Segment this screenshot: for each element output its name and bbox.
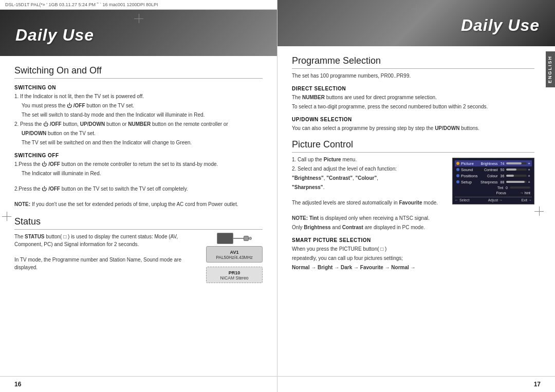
osd-item-contrast: Contrast: [484, 168, 497, 172]
switching-off-line-3: 2.Press the ⏻ /OFF button on the TV set …: [14, 185, 263, 193]
picture-pc-note: Only Brightness and Contrast are display…: [292, 223, 534, 231]
osd-track-tint: [510, 186, 530, 189]
osd-track-colour: [506, 175, 527, 177]
status-body1: The STATUS button( □ ) is used to displa…: [14, 233, 198, 248]
osd-bottom-bar: ← Select Adjust → Exit →: [455, 197, 532, 202]
left-page-footer: 16: [0, 376, 277, 392]
status-box-1-sublabel: PAL50Hz/4.43MHz: [211, 255, 258, 260]
main-content: DSL-15D1T PAL(*» ' 1GB 03.11.27 5:24 PM …: [0, 0, 555, 392]
osd-bottom-adjust: Adjust →: [488, 198, 503, 202]
osd-bar-tint: Tint 0: [497, 186, 530, 190]
updown-header: UP/DOWN SELECTION: [292, 117, 534, 122]
smart-line-1: When you press the PICTURE button( □ ): [292, 245, 534, 253]
crosshair-top-right: [412, 4, 421, 13]
left-page-header: Daily Use: [0, 10, 277, 56]
cable-line: [233, 238, 244, 239]
status-body2: In TV mode, the Programme number and Sta…: [14, 256, 198, 271]
osd-label-positions: Positions: [461, 174, 477, 178]
tv-cable-illustration: [217, 233, 252, 244]
osd-fill-colour: [506, 175, 513, 177]
status-text: The STATUS button( □ ) is used to displa…: [14, 233, 198, 273]
status-content: The STATUS button( □ ) is used to displa…: [14, 233, 263, 283]
switching-off-line-2: The Indicator will illuminate in Red.: [14, 170, 263, 177]
picture-control-row: 1. Call up the Picture menu. 2. Select a…: [292, 156, 534, 208]
switching-on-line-5: UP/DOWN button on the TV set.: [14, 129, 263, 137]
osd-left-positions: Positions: [456, 174, 477, 178]
osd-label-sound: Sound: [461, 167, 473, 172]
osd-item-tint: Tint: [497, 186, 503, 190]
left-page-content: Switching On and Off SWITCHING ON 1. If …: [0, 56, 277, 376]
switching-on-line-2: You must press the ⏻ /OFF button on the …: [14, 102, 263, 109]
programme-title: Programme Selection: [292, 55, 534, 69]
osd-value-contrast: 50: [501, 168, 505, 172]
osd-row-positions: Positions Colour 36 +: [455, 173, 532, 179]
switching-title: Switching On and Off: [14, 65, 263, 79]
osd-bottom-select: ← Select: [455, 198, 469, 202]
osd-item-brightness: Brightness: [480, 162, 497, 165]
osd-row-sound: Sound Contrast 50 +: [455, 166, 532, 173]
picture-line-2: 2. Select and adjust the level of each f…: [292, 165, 445, 173]
osd-dot-setup: [456, 180, 459, 183]
programme-intro: The set has 100 programme numbers, PR00.…: [292, 72, 534, 80]
osd-value-tint: 0: [506, 186, 508, 190]
switching-off-line-1: 1.Press the ⏻ /OFF button on the remote …: [14, 160, 263, 168]
status-box-2: PR10 NICAM Stereo: [206, 267, 263, 283]
picture-line-3: "Brightness", "Contrast", "Colour",: [292, 174, 445, 182]
osd-value-sharpness: 88: [501, 180, 505, 184]
right-page-number: 17: [534, 381, 541, 388]
programme-section: Programme Selection The set has 100 prog…: [292, 55, 534, 132]
crosshair-mid-left: [2, 212, 11, 221]
osd-arrow-colour: +: [528, 174, 530, 178]
right-page: Daily Use ENGLISH Programme Selection Th…: [278, 0, 555, 392]
switching-on-line-3: The set will switch to stand-by mode and…: [14, 111, 263, 119]
picture-text: 1. Call up the Picture menu. 2. Select a…: [292, 156, 445, 208]
osd-value-colour: 36: [501, 174, 505, 178]
smart-line-3: Normal → Bright → Dark → Favourite → Nor…: [292, 264, 534, 271]
status-box-1: AV1 PAL50Hz/4.43MHz: [206, 246, 263, 263]
osd-bar-contrast: Contrast 50 +: [484, 167, 530, 172]
cable-plug: [249, 237, 252, 240]
status-section: Status The STATUS button( □ ) is used to…: [14, 216, 263, 283]
osd-dot-sound: [456, 168, 459, 171]
osd-track-contrast: [506, 169, 527, 171]
smart-picture-header: SMART PICTURE SELECTION: [292, 237, 534, 243]
osd-row-setup: Setup Sharpness 88 +: [455, 179, 532, 185]
direct-line-1: The NUMBER buttons are used for direct p…: [292, 94, 534, 101]
osd-label-picture: Picture: [461, 161, 474, 166]
right-header-title: Daily Use: [461, 16, 540, 35]
switching-section: Switching On and Off SWITCHING ON 1. If …: [14, 65, 263, 208]
status-images: AV1 PAL50Hz/4.43MHz PR10 NICAM Stereo: [206, 233, 263, 283]
left-header-title: Daily Use: [15, 26, 94, 45]
osd-bar-sharpness: Sharpness 88 +: [480, 180, 530, 184]
osd-row-focus: Focus → hint: [455, 190, 532, 195]
osd-bar-colour: Colour 36 +: [487, 174, 530, 178]
direct-line-2: To select a two-digit programme, press t…: [292, 103, 534, 110]
right-page-header: Daily Use: [278, 0, 555, 46]
osd-dot-positions: [456, 174, 459, 177]
osd-bar-brightness: Brightness 74 +: [480, 161, 530, 166]
picture-line-4: "Sharpness".: [292, 183, 445, 191]
status-box-2-container: PR10 NICAM Stereo: [206, 267, 263, 283]
osd-item-focus: Focus: [496, 191, 506, 195]
osd-left-setup: Setup: [456, 180, 472, 184]
picture-ntsc-note: NOTE: Tint is displayed only when receiv…: [292, 214, 534, 222]
left-page: DSL-15D1T PAL(*» ' 1GB 03.11.27 5:24 PM …: [0, 0, 278, 392]
status-box-2-label: PR10: [211, 270, 258, 275]
tv-icon: [217, 233, 233, 244]
osd-value-brightness: 74: [501, 162, 505, 165]
picture-line-1: 1. Call up the Picture menu.: [292, 156, 445, 163]
osd-menu: Picture Brightness 74 +: [452, 158, 534, 204]
osd-item-sharpness: Sharpness: [480, 180, 497, 184]
picture-stored: The adjusted levels are stored automatic…: [292, 199, 445, 207]
osd-fill-contrast: [506, 169, 516, 171]
osd-fill-brightness: [506, 162, 522, 164]
cable-end: [244, 236, 249, 241]
osd-bottom-exit: Exit →: [521, 198, 532, 202]
switching-off-header: SWITCHING OFF: [14, 153, 263, 158]
osd-item-colour: Colour: [487, 174, 498, 178]
right-page-footer: 17: [278, 376, 555, 392]
osd-row-tint: Tint 0: [455, 185, 532, 190]
status-box-1-container: AV1 PAL50Hz/4.43MHz: [206, 233, 263, 263]
crosshair-top: [134, 14, 143, 23]
osd-left-sound: Sound: [456, 167, 473, 172]
